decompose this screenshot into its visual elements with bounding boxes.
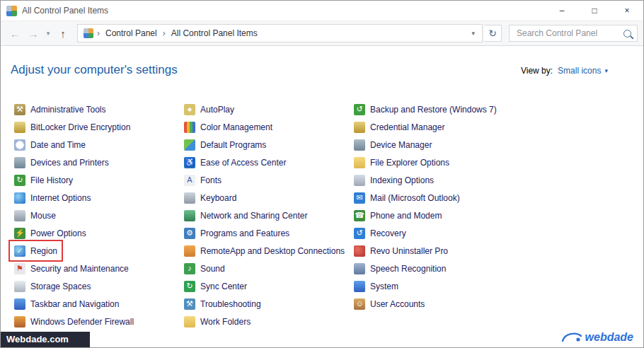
items-grid: ⚒Administrative ToolsBitLocker Drive Enc… [1,77,643,330]
sound-icon: ♪ [184,263,195,274]
control-panel-item[interactable]: ⚒Administrative Tools [11,100,110,118]
control-panel-item[interactable]: Default Programs [180,136,270,153]
control-panel-item-label: Power Options [30,228,86,238]
control-panel-item[interactable]: ⚒Troubleshooting [180,295,265,313]
close-button[interactable]: × [611,1,643,21]
maximize-button[interactable]: □ [578,1,611,21]
control-panel-item-label: Security and Maintenance [30,264,129,274]
control-panel-item-label: File Explorer Options [370,158,449,168]
taskbar-icon [14,298,25,310]
view-by-dropdown[interactable]: Small icons ▾ [558,66,608,76]
control-panel-item-label: Backup and Restore (Windows 7) [370,105,497,115]
control-panel-icon [6,6,17,16]
control-panel-item[interactable]: Credential Manager [350,118,448,136]
control-panel-item-label: Programs and Features [200,228,289,238]
control-panel-item[interactable]: AFonts [180,171,225,189]
breadcrumb-control-panel[interactable]: Control Panel [100,25,162,41]
control-panel-item-label: Sync Center [200,282,247,291]
control-panel-item[interactable]: Windows Defender Firewall [11,313,137,330]
minimize-button[interactable]: – [546,1,578,21]
control-panel-item[interactable]: File Explorer Options [350,153,453,171]
speech-recognition-icon [354,263,365,274]
control-panel-item-label: Work Folders [200,317,251,327]
control-panel-item-label: Indexing Options [370,175,434,185]
file-explorer-options-icon [354,157,365,168]
control-panel-item-label: Troubleshooting [200,299,261,309]
control-panel-item[interactable]: ⚙Programs and Features [180,224,293,242]
phone-modem-icon: ☎ [354,210,365,221]
control-panel-item[interactable]: Mouse [11,207,59,224]
control-panel-item-label: Phone and Modem [370,211,442,221]
navigation-bar: ← → ▾ ↑ › Control Panel › All Control Pa… [1,21,643,46]
control-panel-item[interactable]: Speech Recognition [350,260,449,277]
user-accounts-icon: ☺ [354,298,365,310]
mouse-icon [14,210,25,221]
control-panel-item[interactable]: Work Folders [180,313,254,330]
control-panel-item[interactable]: BitLocker Drive Encryption [11,118,134,136]
file-history-icon: ↻ [14,175,25,186]
control-panel-item[interactable]: ↺Recovery [350,224,410,242]
control-panel-item-label: Administrative Tools [30,105,106,115]
control-panel-item[interactable]: ⚡Power Options [11,224,90,242]
control-panel-item-label: Windows Defender Firewall [30,317,134,327]
recovery-icon: ↺ [354,228,365,239]
control-panel-item[interactable]: Storage Spaces [11,277,94,295]
search-box [509,25,638,42]
control-panel-item-label: Taskbar and Navigation [30,299,119,309]
control-panel-item[interactable]: ✓Region [11,242,61,260]
back-icon[interactable]: ← [6,24,23,42]
up-icon[interactable]: ↑ [54,24,71,42]
control-panel-item-label: User Accounts [370,299,425,309]
items-column-1: ⚒Administrative ToolsBitLocker Drive Enc… [11,100,180,330]
control-panel-item[interactable]: ☺User Accounts [350,295,428,313]
system-icon [354,281,365,292]
breadcrumb-all-control-panel-items[interactable]: All Control Panel Items [166,25,263,41]
control-panel-item[interactable]: Internet Options [11,189,94,207]
view-by-control: View by: Small icons ▾ [521,66,608,76]
control-panel-item-label: Storage Spaces [30,282,91,291]
control-panel-item[interactable]: Devices and Printers [11,153,113,171]
control-panel-item[interactable]: Device Manager [350,136,435,153]
troubleshooting-icon: ⚒ [184,298,195,310]
search-input[interactable] [515,28,619,39]
ease-of-access-icon: ♿ [184,157,195,168]
content-header: Adjust your computer's settings View by:… [1,46,643,77]
recent-locations-icon[interactable]: ▾ [43,24,53,42]
control-panel-item[interactable]: ↺Backup and Restore (Windows 7) [350,100,500,118]
control-panel-item[interactable]: ↻File History [11,171,76,189]
control-panel-item[interactable]: ♿Ease of Access Center [180,153,289,171]
forward-icon[interactable]: → [25,24,42,42]
control-panel-item[interactable]: ♪Sound [180,260,229,277]
control-panel-item[interactable]: Color Management [180,118,276,136]
control-panel-item[interactable]: ⚑Security and Maintenance [11,260,132,277]
control-panel-item[interactable]: Indexing Options [350,171,437,189]
control-panel-item-label: BitLocker Drive Encryption [30,122,130,132]
search-icon[interactable] [623,30,631,37]
control-panel-item[interactable]: AutoPlay [180,100,238,118]
control-panel-item[interactable]: RemoteApp and Desktop Connections [180,242,348,260]
control-panel-item-label: Devices and Printers [30,158,109,168]
control-panel-item[interactable]: Keyboard [180,189,240,207]
default-programs-icon [184,139,195,151]
page-title: Adjust your computer's settings [11,63,178,77]
refresh-icon[interactable]: ↻ [484,25,502,42]
control-panel-item[interactable]: Date and Time [11,136,89,153]
title-bar: All Control Panel Items – □ × [1,1,643,21]
control-panel-item[interactable]: Taskbar and Navigation [11,295,122,313]
control-panel-item[interactable]: ☎Phone and Modem [350,207,445,224]
control-panel-item[interactable]: Network and Sharing Center [180,207,311,224]
control-panel-item[interactable]: Revo Uninstaller Pro [350,242,452,260]
credential-manager-icon [354,122,365,133]
address-dropdown-icon[interactable]: ▾ [466,30,481,37]
security-maintenance-icon: ⚑ [14,263,25,274]
address-bar[interactable]: › Control Panel › All Control Panel Item… [77,24,483,42]
webdade-logo: webdade [560,330,633,344]
control-panel-item[interactable]: ↻Sync Center [180,277,251,295]
control-panel-item[interactable]: ✉Mail (Microsoft Outlook) [350,189,464,207]
control-panel-item[interactable]: System [350,277,402,295]
control-panel-item-label: Credential Manager [370,122,444,132]
control-panel-window: All Control Panel Items – □ × ← → ▾ ↑ › … [0,0,644,348]
control-panel-item-label: Network and Sharing Center [200,211,307,221]
control-panel-item-label: Recovery [370,228,406,238]
window-title: All Control Panel Items [22,6,108,16]
